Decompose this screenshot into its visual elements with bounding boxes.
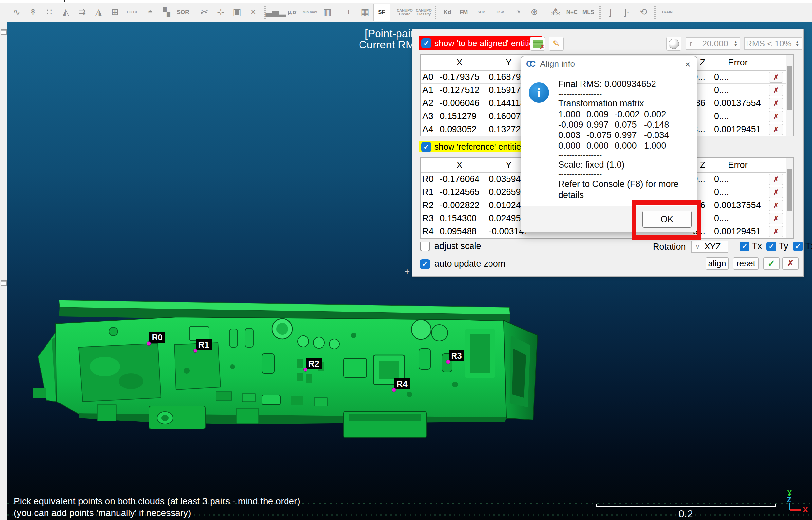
table-scrollbar[interactable] [786,158,793,238]
interpolate-icon[interactable]: ∿ [8,4,25,21]
scissors-segment-icon[interactable]: ✂ [196,4,212,21]
docked-panel-tab[interactable] [1,29,6,35]
edit-point-button[interactable]: ✎ [549,37,564,51]
checkerboard-icon[interactable]: ▚ [158,4,175,21]
chevron-down-icon: ∨ [695,243,700,250]
csv-file-icon[interactable]: CSV [491,4,510,21]
point-label-text: R3 [451,351,462,361]
sphere-target-button[interactable] [666,37,681,51]
canupo-classify-icon[interactable]: CANUPO Classify [414,4,433,21]
normals-compute-icon[interactable]: N+C [564,4,580,21]
reset-button[interactable]: reset [733,257,759,270]
curve-fit-icon[interactable]: ʃ [603,4,619,21]
checkbox-checked-icon[interactable]: ✓ [422,142,431,152]
table-scrollbar[interactable] [786,55,793,136]
checkbox-checked-icon[interactable]: ✓ [740,241,750,251]
left-dock-strip [0,22,7,520]
point-label[interactable]: R0 [149,332,165,343]
spinner-arrows-icon[interactable]: ▲▼ [793,40,802,47]
histogram-icon[interactable]: ▃▅▂ [268,4,284,21]
delete-point-button[interactable]: ✗ [769,85,783,96]
align-button[interactable]: align [706,257,729,270]
gaussian-stats-icon[interactable]: μ,σ [284,4,300,21]
checkbox-unchecked-icon[interactable] [420,241,430,251]
delete-point-button[interactable]: ✗ [769,187,783,198]
x-icon: ✗ [787,259,794,268]
delete-point-button[interactable]: ✗ [769,213,783,224]
tx-toggle[interactable]: ✓ Tx [740,241,762,251]
close-icon[interactable]: × [685,59,690,70]
ty-label: Ty [779,241,788,251]
delete-point-button[interactable]: ✗ [769,226,783,237]
point-label[interactable]: R2 [306,358,322,369]
pick-from-list-button[interactable] [530,37,545,51]
curve-points-icon[interactable]: ʃ· [619,4,635,21]
delete-point-button[interactable]: ✗ [769,124,783,135]
cancel-tool-button[interactable]: ✗ [782,257,798,270]
radius-spinner[interactable]: r = 20.000 ▲▼ [686,37,740,50]
adjust-scale-toggle[interactable]: adjust scale [420,241,481,251]
dock-splitter-handle[interactable]: + [405,266,410,277]
spinner-arrows-icon[interactable]: ▲▼ [732,40,740,47]
toolbar-handle[interactable] [653,5,656,19]
check-icon: ✓ [767,258,775,269]
canupo-create-icon[interactable]: CANUPO Create [395,4,414,21]
rms-threshold-spinner[interactable]: RMS < 10% ▲▼ [744,37,802,50]
globe-icon[interactable]: ⊛ [526,4,542,21]
puzzle-plugin-icon[interactable]: ⁂ [548,4,564,21]
point-label[interactable]: R4 [394,378,410,389]
checkbox-checked-icon[interactable]: ✓ [766,241,776,251]
kd-tree-icon[interactable]: Kd [439,4,455,21]
cc-plugin-icon[interactable]: CC CC [123,4,142,21]
fm-icon[interactable]: FM [455,4,472,21]
mesh-sample-icon[interactable]: ◮ [91,4,107,21]
delete-point-button[interactable]: ✗ [769,200,783,211]
checkbox-checked-icon[interactable]: ✓ [422,38,431,48]
cell-error: 0.00137554 [710,97,766,110]
clipping-box-icon[interactable]: ▣ [229,4,245,21]
pie-sphere-icon[interactable]: ◔ [510,4,526,21]
delete-point-button[interactable]: ✗ [769,72,783,83]
delete-point-button[interactable]: ✗ [769,111,783,122]
train-classifier-icon[interactable]: TRAIN [657,4,677,21]
primitives-icon[interactable]: ◓ [142,4,158,21]
auto-update-zoom-toggle[interactable]: ✓ auto update zoom [420,259,505,269]
add-sf-icon[interactable]: + [340,4,357,21]
tz-toggle[interactable]: ✓ Tz [793,241,812,251]
show-aligned-toggle[interactable]: ✓ show 'to be aligned' entities [420,36,542,50]
trace-polyline-icon[interactable]: × [245,4,262,21]
docked-panel-tab[interactable] [1,281,6,286]
row-id: R3 [421,212,435,225]
checkbox-checked-icon[interactable]: ✓ [793,241,803,251]
toolbar-handle[interactable] [598,5,601,19]
sor-filter-icon[interactable]: SOR [175,4,191,21]
point-cloud-icon[interactable]: ∷ [41,4,58,21]
delete-point-button[interactable]: ✗ [769,98,783,109]
point-label[interactable]: R3 [449,350,464,361]
cell-error: 0.00129451 [710,123,766,136]
point-label[interactable]: R1 [196,339,211,350]
minmax-filter-icon[interactable]: min max [300,4,319,21]
show-reference-toggle[interactable]: ✓ show 'reference' entities [420,141,529,152]
toolbar-handle[interactable] [435,5,437,19]
validate-button[interactable]: ✓ [763,257,780,270]
translate-rotate-icon[interactable]: ⊹ [212,4,229,21]
delete-point-button[interactable]: ✗ [769,174,783,185]
mesh-fit-icon[interactable]: ◭ [58,4,74,21]
dialog-titlebar[interactable]: CC Align info [521,56,697,71]
point-cloud-board[interactable] [33,290,543,443]
ty-toggle[interactable]: ✓ Ty [766,241,788,251]
tree-height-icon[interactable]: ↟ [25,4,41,21]
scrollbar-thumb[interactable] [787,169,792,211]
mls-smoothing-icon[interactable]: MLS [580,4,597,21]
unroll-icon[interactable]: ⟲ [635,4,652,21]
delete-sf-icon[interactable]: ▥ [319,4,336,21]
sf-calculator-icon[interactable]: ▦ [357,4,373,21]
rotation-axis-dropdown[interactable]: ∨ XYZ [691,240,728,253]
scrollbar-thumb[interactable] [787,67,792,110]
register-points-icon[interactable]: ⇉ [74,4,91,21]
checkbox-checked-icon[interactable]: ✓ [420,259,430,269]
sf-active-icon[interactable]: SF [373,4,390,21]
render-capture-icon[interactable]: ⊞ [107,4,123,21]
shp-file-icon[interactable]: SHP [472,4,491,21]
